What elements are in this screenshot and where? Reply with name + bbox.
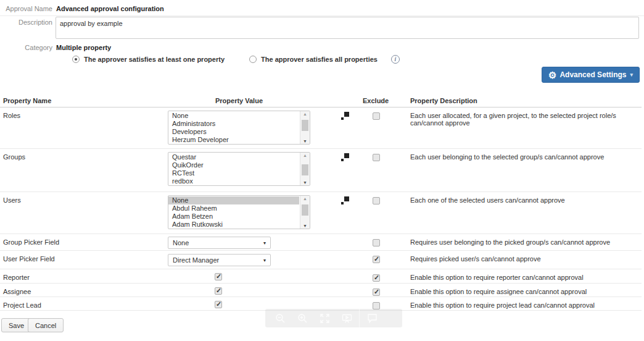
save-button[interactable]: Save <box>1 318 31 332</box>
scrollbar[interactable]: ▲▼ <box>300 111 310 144</box>
exclude-checkbox[interactable] <box>373 288 380 296</box>
property-description-cell: Enable this option to require assignee c… <box>410 288 640 295</box>
list-option[interactable]: Adam Rutkowski <box>168 221 299 229</box>
list-option[interactable]: Developers <box>168 128 299 136</box>
expand-icon[interactable] <box>341 153 349 161</box>
header-property-name: Property Name <box>3 97 51 104</box>
zoom-in-icon[interactable] <box>291 313 313 324</box>
property-value-checkbox[interactable] <box>215 287 222 295</box>
property-description-cell: Each user allocated, for a given project… <box>410 112 640 127</box>
radio-at-least-one-property[interactable] <box>72 56 80 63</box>
radio-at-least-one-label[interactable]: The approver satisfies at least one prop… <box>84 56 225 63</box>
info-icon[interactable]: i <box>391 55 400 64</box>
property-description-cell: Enable this option to require reporter c… <box>410 274 640 281</box>
description-input[interactable]: approval by example <box>56 17 639 39</box>
scroll-up-icon[interactable]: ▲ <box>300 196 310 201</box>
scroll-down-icon[interactable]: ▼ <box>300 180 310 185</box>
comment-bubble-icon[interactable] <box>361 313 383 324</box>
exclude-checkbox[interactable] <box>373 154 380 161</box>
cancel-button[interactable]: Cancel <box>28 318 64 332</box>
list-option[interactable]: None <box>168 196 299 204</box>
header-exclude: Exclude <box>363 97 389 104</box>
property-value-select[interactable]: Direct Manager▾ <box>168 254 271 266</box>
property-description-cell: Each user belonging to the selected grou… <box>410 153 640 161</box>
property-name-cell: Users <box>3 196 21 204</box>
exclude-checkbox[interactable] <box>373 239 380 246</box>
property-value-checkbox[interactable] <box>215 301 222 308</box>
property-name-cell: User Picker Field <box>3 255 55 263</box>
table-row: RolesNoneAdministratorsDevelopersHerzum … <box>0 107 642 149</box>
radio-all-properties[interactable] <box>249 56 257 63</box>
scroll-up-icon[interactable]: ▲ <box>300 112 310 116</box>
list-option[interactable]: QuikOrder <box>168 161 299 169</box>
scroll-thumb[interactable] <box>302 204 308 216</box>
table-row: AssigneeEnable this option to require as… <box>0 284 642 297</box>
list-option[interactable]: R4IS/Prime <box>168 185 299 186</box>
list-option[interactable]: RCTest <box>168 169 299 177</box>
properties-table: Property Name Property Value Exclude Pro… <box>0 94 642 311</box>
scrollbar[interactable]: ▲▼ <box>300 196 310 229</box>
option-list: NoneAdministratorsDevelopersHerzum Devel… <box>168 112 299 145</box>
list-option[interactable]: Administrators <box>168 120 299 128</box>
property-name-cell: Roles <box>3 112 20 119</box>
select-value: Direct Manager <box>173 256 219 264</box>
property-description-cell: Each one of the selected users can/canno… <box>410 196 640 204</box>
toolbar-divider <box>359 309 360 327</box>
scroll-thumb[interactable] <box>302 120 308 131</box>
approval-name-value: Advanced approval configuration <box>56 5 164 12</box>
property-name-cell: Group Picker Field <box>3 238 59 246</box>
property-value-multiselect[interactable]: NoneAbdul RaheemAdam BetzenAdam Rutkowsk… <box>168 195 310 229</box>
scroll-up-icon[interactable]: ▲ <box>300 153 310 158</box>
property-name-cell: Assignee <box>3 288 31 295</box>
category-value: Multiple property <box>56 44 111 51</box>
scroll-thumb[interactable] <box>302 164 308 175</box>
table-header-row: Property Name Property Value Exclude Pro… <box>0 94 642 107</box>
chevron-down-icon: ▾ <box>263 240 266 246</box>
property-name-cell: Reporter <box>3 274 30 281</box>
list-option[interactable]: Herzum Developer <box>168 136 299 144</box>
list-option[interactable]: Service Desk Collaborators <box>168 144 299 145</box>
table-row: GroupsQuestarQuikOrderRCTestredboxR4IS/P… <box>0 149 642 192</box>
list-option[interactable]: Abdul Raheem <box>168 204 299 213</box>
property-description-cell: Enable this option to require project le… <box>410 301 640 309</box>
fullscreen-icon[interactable] <box>313 313 336 324</box>
radio-all-label[interactable]: The approver satisfies all properties <box>261 56 378 63</box>
table-row: ReporterEnable this option to require re… <box>0 269 642 284</box>
header-property-description: Property Description <box>410 97 477 104</box>
expand-icon[interactable] <box>341 112 349 120</box>
scrollbar[interactable]: ▲▼ <box>300 153 310 185</box>
list-option[interactable]: Questar <box>168 153 299 161</box>
advanced-settings-button[interactable]: ⚙ Advanced Settings ▾ <box>542 67 640 83</box>
property-value-multiselect[interactable]: NoneAdministratorsDevelopersHerzum Devel… <box>168 111 310 145</box>
viewer-overlay-toolbar <box>265 309 402 327</box>
exclude-checkbox[interactable] <box>373 112 380 120</box>
presentation-icon[interactable] <box>336 313 358 324</box>
option-list: QuestarQuikOrderRCTestredboxR4IS/Prime <box>168 153 299 186</box>
option-list: NoneAbdul RaheemAdam BetzenAdam Rutkowsk… <box>168 196 299 229</box>
list-option[interactable]: Adriana Alves <box>168 229 299 229</box>
table-row: User Picker FieldDirect Manager▾Requires… <box>0 251 642 269</box>
scroll-down-icon[interactable]: ▼ <box>300 139 310 143</box>
approver-mode-radio-group: The approver satisfies at least one prop… <box>72 55 400 64</box>
property-name-cell: Groups <box>3 153 25 161</box>
chevron-down-icon: ▾ <box>263 258 266 263</box>
exclude-checkbox[interactable] <box>373 197 380 204</box>
property-value-multiselect[interactable]: QuestarQuikOrderRCTestredboxR4IS/Prime▲▼ <box>168 152 310 186</box>
property-name-cell: Project Lead <box>3 301 41 309</box>
property-value-checkbox[interactable] <box>215 273 222 280</box>
list-option[interactable]: Adam Betzen <box>168 213 299 221</box>
chevron-down-icon: ▾ <box>630 72 633 78</box>
gear-icon: ⚙ <box>548 70 556 80</box>
list-option[interactable]: None <box>168 112 299 120</box>
advanced-settings-label: Advanced Settings <box>559 70 626 79</box>
table-row: UsersNoneAbdul RaheemAdam BetzenAdam Rut… <box>0 192 642 234</box>
exclude-checkbox[interactable] <box>373 256 380 263</box>
property-value-select[interactable]: None▾ <box>168 237 271 249</box>
list-option[interactable]: redbox <box>168 177 299 185</box>
zoom-out-icon[interactable] <box>269 313 291 324</box>
exclude-checkbox[interactable] <box>373 274 380 282</box>
header-property-value: Property Value <box>168 97 310 104</box>
property-description-cell: Requires picked user/s can/cannot approv… <box>410 255 640 263</box>
expand-icon[interactable] <box>341 196 349 204</box>
scroll-down-icon[interactable]: ▼ <box>300 224 310 228</box>
